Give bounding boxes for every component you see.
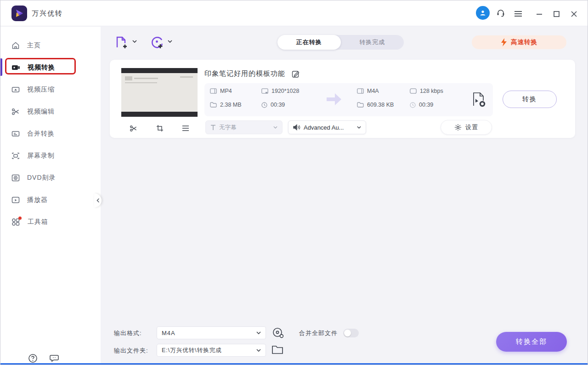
merge-all-label: 合并全部文件 <box>299 329 338 337</box>
add-dvd-button[interactable] <box>150 35 172 49</box>
maximize-icon[interactable] <box>551 8 562 19</box>
screen-record-icon <box>11 152 20 160</box>
format-settings-icon[interactable] <box>271 326 284 339</box>
crop-icon[interactable] <box>156 125 164 132</box>
sidebar-item-label: 合并转换 <box>27 130 55 138</box>
sidebar-item-player[interactable]: 播放器 <box>11 192 90 208</box>
output-folder-select[interactable]: E:\万兴优转\转换完成 <box>157 344 266 357</box>
target-format: M4A <box>357 88 379 94</box>
target-size: 609.38 KB <box>357 102 394 108</box>
target-duration: 00:39 <box>410 102 433 108</box>
feedback-icon[interactable] <box>50 354 60 363</box>
clip-toolbar <box>121 120 198 136</box>
player-icon <box>11 196 20 204</box>
app-window: 万兴优转 <box>0 0 588 365</box>
titlebar: 万兴优转 <box>0 0 588 26</box>
trim-icon[interactable] <box>130 125 137 132</box>
convert-all-label: 转换全部 <box>516 337 547 346</box>
high-speed-conversion-button[interactable]: 高速转换 <box>472 35 566 49</box>
source-format: MP4 <box>210 88 232 94</box>
subtitle-dropdown[interactable]: 无字幕 <box>205 120 283 134</box>
output-folder-label: 输出文件夹: <box>114 347 148 355</box>
video-convert-icon <box>11 63 20 72</box>
sidebar-item-label: 视频压缩 <box>27 86 55 94</box>
sidebar-item-dvd-burn[interactable]: DVD刻录 <box>11 170 90 186</box>
sidebar-item-screen-record[interactable]: 屏幕录制 <box>11 148 90 164</box>
sidebar-item-merge-convert[interactable]: 合并转换 <box>11 126 90 142</box>
home-icon <box>11 41 20 50</box>
source-size: 2.38 MB <box>210 102 242 108</box>
convert-all-button[interactable]: 转换全部 <box>496 332 567 352</box>
help-icon[interactable] <box>28 354 38 363</box>
sidebar-item-video-convert[interactable]: 视频转换 <box>11 60 90 75</box>
chevron-down-icon <box>256 331 261 334</box>
output-format-select[interactable]: M4A <box>157 326 266 339</box>
sidebar-item-home[interactable]: 主页 <box>11 38 90 53</box>
chevron-down-icon <box>256 349 261 352</box>
chevron-down-icon <box>168 40 172 43</box>
output-format-value: M4A <box>162 330 256 336</box>
open-folder-icon[interactable] <box>271 345 283 355</box>
sidebar: 主页 视频转换 视频压缩 <box>0 27 101 365</box>
support-headset-icon[interactable] <box>495 7 506 18</box>
add-file-icon <box>115 35 129 49</box>
sidebar-item-label: 主页 <box>27 41 41 50</box>
effects-icon[interactable] <box>182 125 189 131</box>
chevron-down-icon <box>357 126 361 129</box>
chevron-down-icon <box>273 126 277 129</box>
speed-button-label: 高速转换 <box>511 38 537 46</box>
source-resolution: 1920*1028 <box>261 88 299 94</box>
tab-finished[interactable]: 转换完成 <box>341 35 404 50</box>
dvd-icon <box>11 174 20 182</box>
gear-icon <box>454 124 462 131</box>
toolbox-icon <box>11 218 20 226</box>
output-file-icon[interactable] <box>472 91 486 107</box>
tab-label: 转换完成 <box>359 38 385 46</box>
target-bitrate: 128 kbps <box>410 88 443 94</box>
notification-dot <box>18 217 22 220</box>
tab-converting[interactable]: 正在转换 <box>277 35 341 50</box>
sidebar-item-label: 工具箱 <box>28 218 48 226</box>
source-duration: 00:39 <box>261 102 285 108</box>
settings-button[interactable]: 设置 <box>441 120 492 135</box>
sidebar-item-toolbox[interactable]: 工具箱 <box>11 214 90 230</box>
sidebar-item-label: 视频编辑 <box>27 108 55 116</box>
sidebar-item-label: DVD刻录 <box>27 174 56 182</box>
audio-track-dropdown[interactable]: Advanced Au... <box>288 120 366 134</box>
scissors-icon <box>11 108 20 116</box>
convert-arrow-icon <box>325 91 343 107</box>
toggle-knob <box>344 330 351 336</box>
active-indicator <box>0 58 2 76</box>
file-title-row: 印象笔记好用的模板功能 <box>204 69 300 78</box>
audio-track-value: Advanced Au... <box>304 124 354 131</box>
sidebar-item-video-edit[interactable]: 视频编辑 <box>11 104 90 120</box>
merge-icon <box>11 130 20 138</box>
status-tabs: 正在转换 转换完成 <box>277 35 404 50</box>
app-logo <box>11 6 27 21</box>
close-icon[interactable] <box>568 8 579 19</box>
speaker-icon <box>293 124 300 131</box>
edit-title-icon[interactable] <box>292 70 300 78</box>
sidebar-item-label: 屏幕录制 <box>27 152 55 160</box>
video-compress-icon <box>11 86 20 94</box>
user-avatar[interactable] <box>476 6 490 20</box>
add-dvd-icon <box>150 35 164 49</box>
convert-button[interactable]: 转换 <box>503 91 557 108</box>
settings-label: 设置 <box>465 123 478 131</box>
file-title: 印象笔记好用的模板功能 <box>204 69 285 78</box>
convert-label: 转换 <box>522 95 537 103</box>
file-task-card: 印象笔记好用的模板功能 MP4 1920*1028 2.38 MB <box>110 60 575 138</box>
minimize-icon[interactable] <box>534 8 545 19</box>
footer-icons <box>28 354 60 363</box>
merge-all-toggle[interactable] <box>343 329 359 337</box>
lightning-icon <box>501 38 507 46</box>
add-file-button[interactable] <box>115 35 137 49</box>
subtitle-value: 无字幕 <box>219 124 270 131</box>
bottom-accent-bar <box>0 363 588 365</box>
menu-icon[interactable] <box>513 8 524 19</box>
tab-label: 正在转换 <box>296 38 322 46</box>
app-title: 万兴优转 <box>32 9 63 18</box>
sidebar-item-label: 视频转换 <box>28 63 55 72</box>
sidebar-item-video-compress[interactable]: 视频压缩 <box>11 82 90 97</box>
output-folder-value: E:\万兴优转\转换完成 <box>162 347 256 354</box>
